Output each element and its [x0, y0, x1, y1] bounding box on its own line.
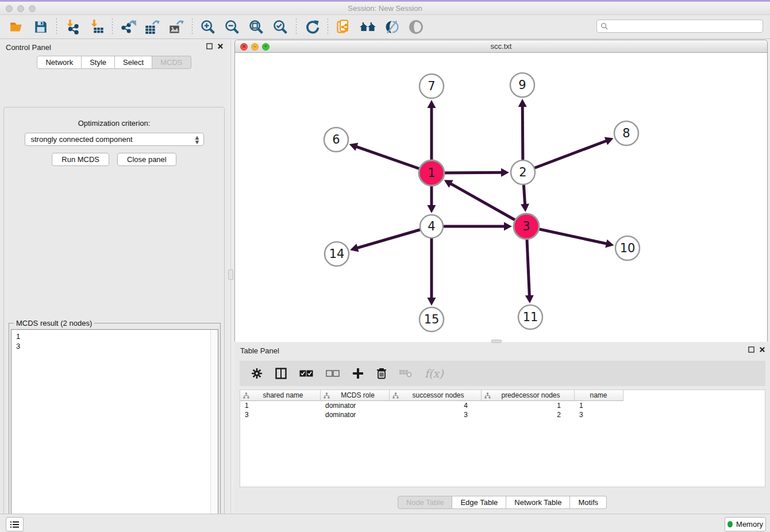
graph-node-label-11: 11 [523, 310, 538, 324]
search-input[interactable] [610, 22, 759, 30]
clone-network-icon[interactable] [334, 17, 353, 37]
refresh-layout-icon[interactable] [302, 17, 322, 37]
close-panel-icon[interactable] [217, 43, 224, 49]
app-window: { "window": { "title": "Session: New Ses… [0, 0, 770, 532]
table-cell[interactable]: dominator [321, 401, 390, 410]
table-cell[interactable]: 3 [575, 410, 623, 419]
columns-icon[interactable] [275, 368, 287, 379]
toolbar-separator [296, 18, 297, 36]
table-cell[interactable]: 2 [482, 410, 575, 419]
criterion-dropdown[interactable]: strongly connected component ▲▼ [25, 133, 204, 146]
column-header-shared-name[interactable]: shared name [240, 390, 321, 401]
zoom-out-icon[interactable] [222, 17, 242, 37]
column-header-predecessor-nodes[interactable]: predecessor nodes [482, 390, 575, 401]
table-cell[interactable]: 3 [390, 410, 482, 419]
export-image-icon[interactable] [167, 17, 186, 37]
gear-icon[interactable] [251, 368, 263, 379]
table-cell[interactable]: 1 [575, 401, 623, 410]
zoom-fit-icon[interactable] [247, 17, 266, 37]
node-table[interactable]: shared nameMCDS rolesuccessor nodesprede… [240, 390, 765, 487]
graph-node-label-8: 8 [622, 126, 630, 140]
table-row[interactable]: 1dominator411 [240, 401, 765, 410]
export-network-icon[interactable] [118, 17, 138, 37]
column-header-successor-nodes[interactable]: successor nodes [390, 390, 482, 401]
zoom-selected-icon[interactable] [271, 17, 290, 37]
export-table-icon[interactable] [143, 17, 162, 37]
column-header-name[interactable]: name [575, 390, 623, 401]
main-toolbar [0, 15, 770, 39]
status-bar: Memory [0, 514, 770, 532]
panel-divider-grip[interactable] [228, 269, 233, 280]
result-line: 1 [16, 331, 218, 341]
unselect-all-columns-icon[interactable] [326, 370, 340, 377]
column-header-label: predecessor nodes [491, 391, 574, 399]
table-tab-network-table[interactable]: Network Table [506, 496, 570, 509]
window-titlebar: Session: New Session [0, 2, 770, 15]
search-box[interactable] [596, 20, 763, 33]
toolbar-separator [192, 18, 192, 36]
control-panel-header: Control Panel [0, 40, 228, 55]
show-panels-button[interactable] [6, 517, 24, 531]
graph-node-label-3: 3 [522, 219, 530, 233]
table-cell[interactable]: 3 [240, 410, 321, 419]
close-table-panel-icon[interactable] [759, 346, 765, 353]
function-builder-icon[interactable]: f(x) [425, 367, 444, 380]
graph-edge-2-8[interactable] [523, 141, 607, 172]
graph-arrowhead-1-2 [501, 168, 509, 177]
open-file-icon[interactable] [7, 17, 26, 37]
table-row[interactable]: 3dominator323 [240, 410, 765, 419]
table-tab-edge-table[interactable]: Edge Table [452, 496, 506, 509]
tab-style[interactable]: Style [82, 56, 115, 69]
run-mcds-button[interactable]: Run MCDS [52, 153, 109, 166]
network-graph[interactable]: 7968124314101511 [235, 53, 767, 342]
graph-arrowhead-2-9 [518, 99, 527, 107]
graph-node-label-2: 2 [519, 165, 526, 179]
float-panel-icon[interactable] [206, 43, 213, 49]
delete-table-icon[interactable] [399, 369, 412, 378]
network-canvas[interactable]: 7968124314101511 [235, 53, 767, 342]
memory-status-icon [727, 521, 733, 527]
table-header-row: shared nameMCDS rolesuccessor nodesprede… [240, 390, 765, 401]
float-table-panel-icon[interactable] [748, 346, 754, 353]
tab-select[interactable]: Select [115, 56, 152, 69]
tab-network[interactable]: Network [37, 56, 82, 69]
table-cell[interactable]: dominator [321, 410, 390, 419]
graph-node-label-10: 10 [620, 241, 636, 255]
table-cell[interactable]: 1 [240, 401, 321, 410]
tab-mcds[interactable]: MCDS [152, 56, 191, 69]
delete-column-icon[interactable] [376, 368, 387, 379]
attribute-icon [324, 392, 330, 399]
chevron-up-down-icon: ▲▼ [194, 135, 201, 144]
control-panel-title: Control Panel [6, 43, 51, 52]
mcds-result-list[interactable]: 13 [11, 329, 218, 532]
graph-arrowhead-3-10 [605, 240, 614, 248]
first-neighbors-icon[interactable] [358, 17, 378, 37]
close-panel-button[interactable]: Close panel [117, 153, 176, 166]
select-all-columns-icon[interactable] [299, 370, 313, 377]
graph-arrowhead-3-11 [525, 295, 534, 303]
mcds-tab-content: Optimization criterion: strongly connect… [3, 107, 225, 532]
table-cell[interactable]: 1 [482, 401, 575, 410]
save-session-icon[interactable] [31, 17, 51, 37]
add-column-icon[interactable] [352, 368, 364, 379]
table-cell[interactable]: 4 [390, 401, 482, 410]
column-header-MCDS-role[interactable]: MCDS role [321, 390, 390, 401]
birds-eye-icon[interactable] [406, 17, 426, 37]
graph-arrowhead-2-3 [521, 204, 529, 212]
graphics-details-icon[interactable] [382, 17, 402, 37]
result-scrollbar[interactable] [210, 330, 218, 532]
network-window-titlebar[interactable]: ✕ − + scc.txt [235, 40, 767, 53]
graph-arrowhead-4-15 [428, 298, 436, 306]
graph-node-label-7: 7 [428, 79, 435, 93]
table-panel-title: Table Panel [240, 346, 279, 355]
table-panel-header: Table Panel [234, 343, 770, 358]
memory-button[interactable]: Memory [725, 517, 766, 531]
zoom-in-icon[interactable] [198, 17, 218, 37]
import-network-icon[interactable] [63, 17, 82, 37]
import-table-icon[interactable] [87, 17, 106, 37]
graph-node-label-4: 4 [428, 219, 435, 233]
table-tab-node-table[interactable]: Node Table [398, 496, 453, 509]
window-title: Session: New Session [0, 4, 770, 13]
table-tab-motifs[interactable]: Motifs [570, 496, 607, 509]
graph-node-label-14: 14 [329, 247, 345, 261]
